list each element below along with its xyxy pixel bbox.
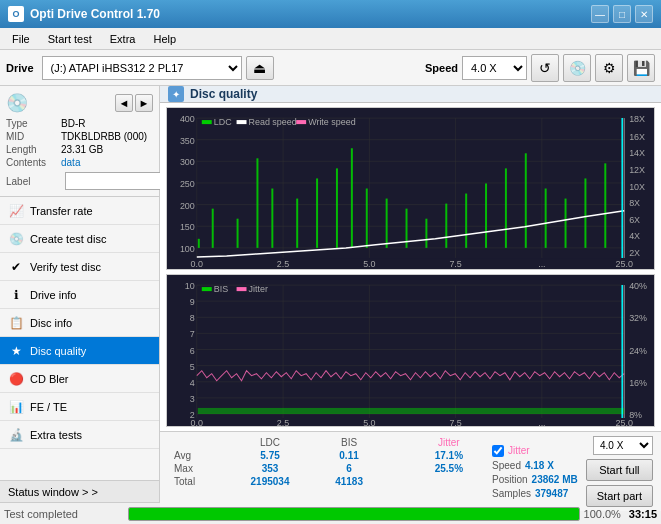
- speed-select[interactable]: 4.0 X: [462, 56, 527, 80]
- svg-rect-103: [202, 287, 212, 291]
- jitter-checkbox[interactable]: [492, 445, 504, 457]
- sidebar-item-transfer-rate[interactable]: 📈 Transfer rate: [0, 197, 159, 225]
- svg-text:7: 7: [190, 329, 195, 339]
- window-controls: — □ ✕: [591, 5, 653, 23]
- samples-row: Samples 379487: [492, 488, 578, 499]
- app-icon: O: [8, 6, 24, 22]
- samples-label: Samples: [492, 488, 531, 499]
- sidebar-item-verify-test-disc[interactable]: ✔ Verify test disc: [0, 253, 159, 281]
- svg-rect-46: [366, 189, 368, 248]
- ldc-header: LDC: [226, 436, 315, 449]
- menu-help[interactable]: Help: [145, 31, 184, 47]
- svg-rect-40: [256, 158, 258, 248]
- svg-text:9: 9: [190, 297, 195, 307]
- svg-rect-57: [584, 178, 586, 247]
- disc-info-label: Disc info: [30, 317, 72, 329]
- cd-bler-icon: 🔴: [8, 371, 24, 387]
- mid-value: TDKBLDRBB (000): [61, 131, 147, 142]
- svg-rect-63: [296, 120, 306, 124]
- jitter-row: Jitter: [492, 445, 578, 457]
- stats-bar: LDC BIS Jitter Avg 5.75 0.11 17.1%: [160, 431, 661, 511]
- speed-label: Speed: [425, 62, 458, 74]
- label-label: Label: [6, 176, 61, 187]
- avg-bis: 0.11: [314, 449, 383, 462]
- close-button[interactable]: ✕: [635, 5, 653, 23]
- svg-rect-50: [445, 204, 447, 248]
- menu-extra[interactable]: Extra: [102, 31, 144, 47]
- svg-rect-41: [271, 189, 273, 248]
- sidebar-item-cd-bler[interactable]: 🔴 CD Bler: [0, 365, 159, 393]
- sidebar-item-create-test-disc[interactable]: 💿 Create test disc: [0, 225, 159, 253]
- maximize-button[interactable]: □: [613, 5, 631, 23]
- svg-text:18X: 18X: [629, 114, 645, 124]
- title-bar: O Opti Drive Control 1.70 — □ ✕: [0, 0, 661, 28]
- svg-rect-43: [316, 178, 318, 247]
- disc-next-button[interactable]: ►: [135, 94, 153, 112]
- speed-stat-row: Speed 4.18 X: [492, 460, 578, 471]
- transfer-rate-label: Transfer rate: [30, 205, 93, 217]
- svg-rect-59: [202, 120, 212, 124]
- svg-text:5.0: 5.0: [363, 259, 375, 269]
- content-header-icon: ✦: [168, 86, 184, 102]
- svg-rect-38: [212, 209, 214, 248]
- sidebar: 💿 ◄ ► Type BD-R MID TDKBLDRBB (000) Leng…: [0, 86, 160, 502]
- type-label: Type: [6, 118, 61, 129]
- sidebar-item-fe-te[interactable]: 📊 FE / TE: [0, 393, 159, 421]
- svg-text:Jitter: Jitter: [248, 284, 267, 294]
- svg-text:24%: 24%: [629, 346, 647, 356]
- settings-button[interactable]: ⚙: [595, 54, 623, 82]
- speed-stat-value: 4.18 X: [525, 460, 554, 471]
- sidebar-item-drive-info[interactable]: ℹ Drive info: [0, 281, 159, 309]
- disc-button[interactable]: 💿: [563, 54, 591, 82]
- svg-text:Write speed: Write speed: [308, 117, 356, 127]
- svg-text:2.5: 2.5: [277, 259, 289, 269]
- avg-label: Avg: [168, 449, 226, 462]
- nav-items: 📈 Transfer rate 💿 Create test disc ✔ Ver…: [0, 197, 159, 480]
- svg-rect-52: [485, 183, 487, 247]
- minimize-button[interactable]: —: [591, 5, 609, 23]
- disc-quality-label: Disc quality: [30, 345, 86, 357]
- status-window-bar[interactable]: Status window > >: [0, 480, 159, 502]
- eject-button[interactable]: ⏏: [246, 56, 274, 80]
- svg-rect-44: [336, 168, 338, 248]
- sidebar-item-disc-quality[interactable]: ★ Disc quality: [0, 337, 159, 365]
- start-full-button[interactable]: Start full: [586, 459, 653, 481]
- svg-text:16X: 16X: [629, 132, 645, 142]
- verify-test-disc-icon: ✔: [8, 259, 24, 275]
- sidebar-item-disc-info[interactable]: 📋 Disc info: [0, 309, 159, 337]
- sidebar-item-extra-tests[interactable]: 🔬 Extra tests: [0, 421, 159, 449]
- svg-text:25.0: 25.0: [615, 418, 632, 426]
- svg-rect-39: [237, 219, 239, 248]
- status-window-label: Status window > >: [8, 486, 98, 498]
- disc-prev-button[interactable]: ◄: [115, 94, 133, 112]
- position-value: 23862 MB: [532, 474, 578, 485]
- extra-tests-icon: 🔬: [8, 427, 24, 443]
- svg-text:...: ...: [538, 259, 545, 269]
- svg-rect-45: [351, 148, 353, 248]
- transfer-rate-icon: 📈: [8, 203, 24, 219]
- svg-rect-105: [237, 287, 247, 291]
- svg-text:25.0: 25.0: [615, 259, 632, 269]
- svg-text:350: 350: [180, 136, 195, 146]
- menu-start-test[interactable]: Start test: [40, 31, 100, 47]
- svg-rect-56: [565, 199, 567, 248]
- total-bis: 41183: [314, 475, 383, 488]
- speed-select-stats[interactable]: 4.0 X: [593, 436, 653, 455]
- total-ldc: 2195034: [226, 475, 315, 488]
- drive-info-label: Drive info: [30, 289, 76, 301]
- svg-text:5: 5: [190, 362, 195, 372]
- contents-label: Contents: [6, 157, 61, 168]
- menu-file[interactable]: File: [4, 31, 38, 47]
- save-button[interactable]: 💾: [627, 54, 655, 82]
- start-part-button[interactable]: Start part: [586, 485, 653, 507]
- content-area: ✦ Disc quality: [160, 86, 661, 502]
- length-value: 23.31 GB: [61, 144, 103, 155]
- position-label: Position: [492, 474, 528, 485]
- svg-text:0.0: 0.0: [191, 418, 203, 426]
- svg-text:100: 100: [180, 244, 195, 254]
- max-label: Max: [168, 462, 226, 475]
- refresh-button[interactable]: ↺: [531, 54, 559, 82]
- drive-select[interactable]: (J:) ATAPI iHBS312 2 PL17: [42, 56, 242, 80]
- progress-bar: [129, 508, 579, 520]
- avg-jitter: 17.1%: [414, 449, 484, 462]
